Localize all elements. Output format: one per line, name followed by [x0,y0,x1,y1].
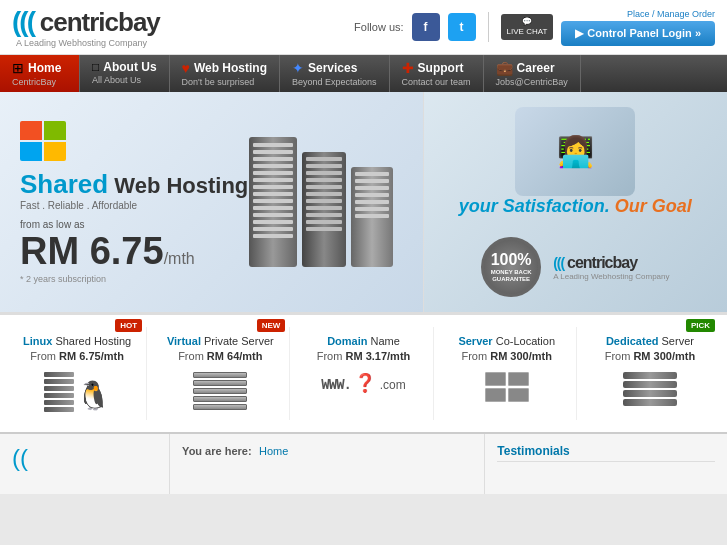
satisfaction-label: your Satisfaction. [459,196,610,216]
home-icon: ⊞ [12,60,24,76]
about-icon: □ [92,60,99,74]
control-panel-label: Control Panel Login » [587,27,701,39]
windows-logo [20,121,66,161]
services-icon: ✦ [292,60,304,76]
divider [488,12,489,42]
product-domain-price: From RM 3.17/mth [317,350,411,362]
testimonials-section: Testimonials [485,434,727,494]
win-red [20,121,42,140]
nav-item-home[interactable]: ⊞ Home CentricBay [0,55,80,92]
banner-left: Shared Web Hosting Fast . Reliable . Aff… [0,92,424,312]
place-manage-order-link[interactable]: Place / Manage Order [627,9,715,19]
banner-note: * 2 years subscription [20,274,248,284]
facebook-button[interactable]: f [412,13,440,41]
product-badge-new: NEW [257,319,286,332]
satisfaction-text: your Satisfaction. Our Goal [459,196,692,217]
product-linux-shared[interactable]: HOT Linux Shared Hosting From RM 6.75/mt… [8,327,147,420]
logo: ((( centricbay [12,6,160,38]
product-dedicated-image [623,372,677,406]
product-linux-price: From RM 6.75/mth [30,350,124,362]
product-vps[interactable]: NEW Virtual Private Server From RM 64/mt… [151,327,290,420]
banner-from-label: from as low as [20,219,248,230]
bottom-row: (( You are here: Home Testimonials [0,432,727,494]
product-domain[interactable]: Domain Name From RM 3.17/mth WWW. ❓ .com [294,327,433,420]
main-content: Shared Web Hosting Fast . Reliable . Aff… [0,92,727,494]
banner-left-text: Shared Web Hosting Fast . Reliable . Aff… [20,121,248,284]
product-linux-title: Linux Shared Hosting [23,335,131,347]
win-blue [20,142,42,161]
career-icon: 💼 [496,60,513,76]
product-domain-title: Domain Name [327,335,400,347]
product-dedicated[interactable]: PICK Dedicated Server From RM 300/mth [581,327,719,420]
logo-tagline: A Leading Webhosting Company [16,38,160,48]
product-vps-image [193,372,247,410]
logo-name: centricbay [40,7,160,37]
product-vps-price: From RM 64/mth [178,350,262,362]
testimonials-title: Testimonials [497,444,715,462]
goal-label: Our Goal [615,196,692,216]
logo-small-wave: ((( centricbay [553,254,669,272]
nav-item-about[interactable]: □ About Us All About Us [80,55,170,92]
nav-item-career[interactable]: 💼 Career Jobs@CentricBay [484,55,581,92]
guarantee-pct: 100% [491,251,532,269]
live-chat-button[interactable]: 💬 LIVE CHAT [501,14,554,41]
product-badge-hot: HOT [115,319,142,332]
you-are-here-section: You are here: Home [170,434,485,494]
product-colocation[interactable]: Server Co-Location From RM 300/mth [438,327,577,420]
follow-us-label: Follow us: [354,21,404,33]
bottom-left-icon: (( [12,444,28,472]
server-graphic [249,137,393,267]
guarantee-badge: 100% MONEY BACKGUARANTEE [481,237,541,297]
product-dedicated-price: From RM 300/mth [605,350,695,362]
nav-item-support[interactable]: ✚ Support Contact our team [390,55,484,92]
tux-icon: 🐧 [76,379,111,412]
nav: ⊞ Home CentricBay □ About Us All About U… [0,55,727,92]
logo-small-tagline: A Leading Webhosting Company [553,272,669,281]
server-tower-1 [249,137,297,267]
control-panel-icon: ▶ [575,27,583,40]
banner-right-bottom: 100% MONEY BACKGUARANTEE ((( centricbay … [481,237,669,297]
products-row: HOT Linux Shared Hosting From RM 6.75/mt… [0,312,727,432]
product-domain-image: WWW. ❓ .com [321,372,405,394]
twitter-button[interactable]: t [448,13,476,41]
banner-per-mth: /mth [164,250,195,267]
you-are-here-label: You are here: [182,445,252,457]
banner-row: Shared Web Hosting Fast . Reliable . Aff… [0,92,727,312]
win-green [44,121,66,140]
header: ((( centricbay A Leading Webhosting Comp… [0,0,727,55]
nav-item-services[interactable]: ✦ Services Beyond Expectations [280,55,390,92]
lady-image: 👩‍💻 [515,107,635,196]
server-tower-3 [351,167,393,267]
banner-subtitle: Fast . Reliable . Affordable [20,200,248,211]
product-colocation-title: Server Co-Location [458,335,555,347]
product-colocation-image [485,372,529,402]
logo-small-name: centricbay [567,254,637,271]
guarantee-label: MONEY BACKGUARANTEE [491,269,532,282]
webhosting-icon: ♥ [182,60,190,76]
breadcrumb-home-link[interactable]: Home [259,445,288,457]
support-icon: ✚ [402,60,414,76]
banner-title-rest: Web Hosting [114,173,248,198]
product-dedicated-title: Dedicated Server [606,335,694,347]
header-right-actions: Place / Manage Order ▶ Control Panel Log… [561,9,715,46]
server-tower-2 [302,152,346,267]
banner-price: RM 6.75/mth [20,232,248,270]
nav-item-webhosting[interactable]: ♥ Web Hosting Don't be surprised [170,55,280,92]
product-vps-title: Virtual Private Server [167,335,274,347]
product-badge-pick: PICK [686,319,715,332]
logo-wave: ((( [12,6,40,37]
banner-title-bold: Shared [20,169,108,199]
header-right: Follow us: f t 💬 LIVE CHAT Place / Manag… [354,9,715,46]
logo-small: ((( centricbay A Leading Webhosting Comp… [553,254,669,281]
banner-right: 👩‍💻 your Satisfaction. Our Goal 100% MON… [424,92,727,312]
product-colocation-price: From RM 300/mth [461,350,551,362]
logo-area: ((( centricbay A Leading Webhosting Comp… [12,6,160,48]
control-panel-login-button[interactable]: ▶ Control Panel Login » [561,21,715,46]
banner-price-value: RM 6.75 [20,230,164,272]
banner-title: Shared Web Hosting [20,169,248,200]
win-yellow [44,142,66,161]
bottom-left-section: (( [0,434,170,494]
product-linux-image: 🐧 [44,372,111,412]
